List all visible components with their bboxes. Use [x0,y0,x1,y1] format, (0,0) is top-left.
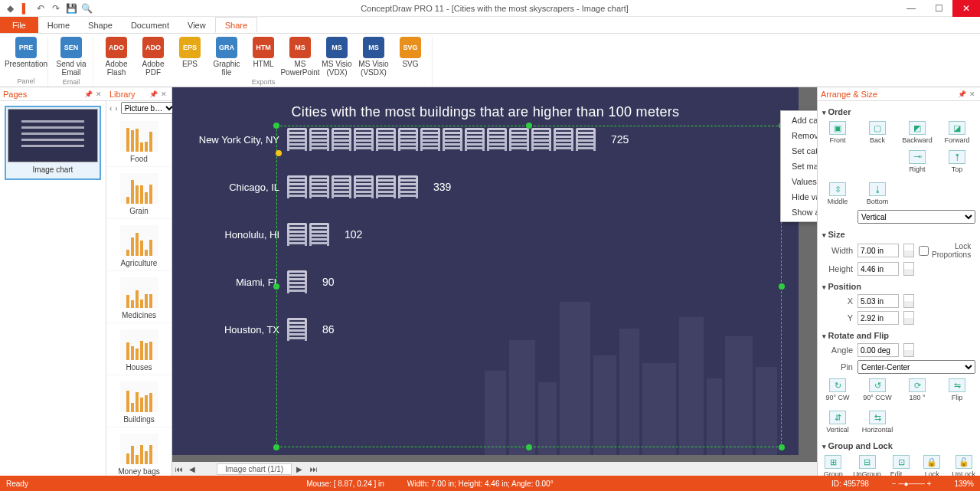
arrange-close-icon[interactable]: ✕ [968,90,977,98]
qat-save-icon[interactable]: 💾 [66,3,77,14]
group-button[interactable]: ⊞Group [822,455,844,476]
library-item[interactable]: Medicines [106,271,172,323]
angle-spinner[interactable] [903,343,914,357]
ribbon-ppt-icon[interactable]: MSMS PowerPoint [283,37,317,77]
pos-y-spinner[interactable] [903,311,914,325]
align-top-button[interactable]: ⭱Top [942,150,972,173]
library-pin-icon[interactable]: 📌 [148,90,159,98]
library-item[interactable]: Food [106,115,172,167]
lock-proportions-checkbox[interactable] [919,246,929,256]
rotate-ccw-button[interactable]: ↺90° CCW [862,378,893,401]
page-thumbnail[interactable]: Image chart [5,106,101,180]
ribbon-swf-icon[interactable]: ADOAdobe Flash [100,37,133,77]
pos-x-input[interactable] [858,294,899,308]
context-menu-item[interactable]: Hide values [781,189,817,205]
angle-input[interactable] [858,343,899,357]
ribbon-image-icon[interactable]: GRAGraphic file [210,37,243,77]
qat-undo-icon[interactable]: ↶ [35,3,46,14]
page-tab[interactable]: Image chart (1/1) [217,463,292,475]
align-middle-button[interactable]: ⇳Middle [822,182,853,205]
align-right-button[interactable]: ⭲Right [902,150,933,173]
ribbon-pdf-icon[interactable]: ADOAdobe PDF [136,37,170,77]
edit-group-button[interactable]: ⊡Edit Group [890,455,912,476]
qat-preview-icon[interactable]: 🔍 [81,3,92,14]
distribute-direction-select[interactable]: Vertical [858,210,975,224]
zoom-slider[interactable]: − ─●─── + [892,480,932,488]
flip-button[interactable]: ⇋Flip [942,378,972,401]
building-icon [287,175,307,198]
unlock-button[interactable]: 🔓UnLock [952,455,975,476]
menu-view[interactable]: View [178,17,215,33]
ribbon-presentation-icon[interactable]: PREPresentation [9,37,43,68]
rotate-cw-button[interactable]: ↻90° CW [822,378,853,401]
library-close-icon[interactable]: ✕ [159,90,168,98]
building-icon [287,128,307,151]
library-category-select[interactable]: Picture b… [121,102,176,114]
pos-x-spinner[interactable] [903,294,914,308]
context-menu-item[interactable]: Set max value [781,159,817,174]
height-spinner[interactable] [903,262,914,276]
library-next-icon[interactable]: › [115,104,117,113]
menu-shape[interactable]: Shape [79,17,122,33]
canvas-area[interactable]: Cities with the most buildings that are … [172,87,817,476]
ribbon-visio-icon[interactable]: MSMS Visio (VSDX) [357,37,390,77]
pos-y-input[interactable] [858,311,899,325]
document-page[interactable]: Cities with the most buildings that are … [172,87,799,455]
qat-new-icon[interactable]: ▌ [20,3,31,14]
pages-close-icon[interactable]: ✕ [94,90,103,98]
window-maximize-button[interactable]: ☐ [925,0,952,17]
library-item[interactable]: Buildings [106,375,172,427]
order-back-button[interactable]: ▢Back [862,121,893,144]
pages-pin-icon[interactable]: 📌 [83,90,94,98]
context-menu-item[interactable]: Set categories number [781,143,817,159]
tab-nav-first-icon[interactable]: ⏮ [172,465,186,473]
section-group[interactable]: Group and Lock [822,437,975,452]
tab-nav-prev-icon[interactable]: ◀ [186,465,198,473]
library-item[interactable]: Agriculture [106,219,172,271]
window-minimize-button[interactable]: — [897,0,925,17]
height-input[interactable] [858,262,899,276]
align-bottom-button[interactable]: ⭳Bottom [862,182,893,205]
ribbon-visio-icon[interactable]: MSMS Visio (VDX) [320,37,354,77]
pin-select[interactable]: Center-Center [858,360,975,374]
ribbon-html-icon[interactable]: HTMHTML [247,37,280,77]
library-item[interactable]: Grain [106,167,172,219]
section-size[interactable]: Size [822,225,975,241]
library-panel: Library 📌 ✕ ‹ › Picture b… FoodGrainAgri… [106,87,172,476]
ribbon-svg-icon[interactable]: SVGSVG [394,37,427,77]
menu-file[interactable]: File [0,17,38,33]
lock-button[interactable]: 🔒Lock [921,455,942,476]
rotate-180-button[interactable]: ⟳180 ° [902,378,933,401]
flip-vertical-button[interactable]: ⇵Vertical [822,411,853,434]
flip-horizontal-button[interactable]: ⇆Horizontal [862,411,893,434]
library-item[interactable]: Money bags [106,427,172,476]
order-backward-button[interactable]: ◩Backward [902,121,933,144]
qat-redo-icon[interactable]: ↷ [51,3,61,14]
arrange-pin-icon[interactable]: 📌 [956,90,968,98]
width-input[interactable] [858,244,899,257]
order-forward-button[interactable]: ◪Forward [942,121,972,144]
library-item[interactable]: Houses [106,323,172,375]
tab-nav-next-icon[interactable]: ▶ [292,465,307,473]
library-prev-icon[interactable]: ‹ [109,104,112,113]
width-spinner[interactable] [903,244,914,257]
section-rotate[interactable]: Rotate and Flip [822,326,975,342]
ribbon-eps-icon[interactable]: EPSEPS [173,37,207,77]
skyline-decoration [477,279,799,455]
section-order[interactable]: Order [822,103,975,118]
context-menu-item[interactable]: Show axis [781,205,817,220]
ungroup-button[interactable]: ⊟UnGroup [853,455,881,476]
tab-nav-last-icon[interactable]: ⏭ [307,465,321,473]
menu-document[interactable]: Document [122,17,178,33]
window-close-button[interactable]: ✕ [952,0,980,17]
order-front-button[interactable]: ▣Front [822,121,853,144]
selection-handle[interactable] [273,444,279,450]
menu-home[interactable]: Home [38,17,79,33]
eps-icon: EPS [179,37,201,58]
context-menu-item[interactable]: Add category [781,113,817,128]
context-menu-item[interactable]: Values vertical [781,174,817,189]
menu-share[interactable]: Share [215,17,257,33]
ribbon-email-icon[interactable]: SENSend via Email [54,37,88,77]
section-position[interactable]: Position [822,277,975,293]
context-menu-item[interactable]: Remove category [781,128,817,143]
